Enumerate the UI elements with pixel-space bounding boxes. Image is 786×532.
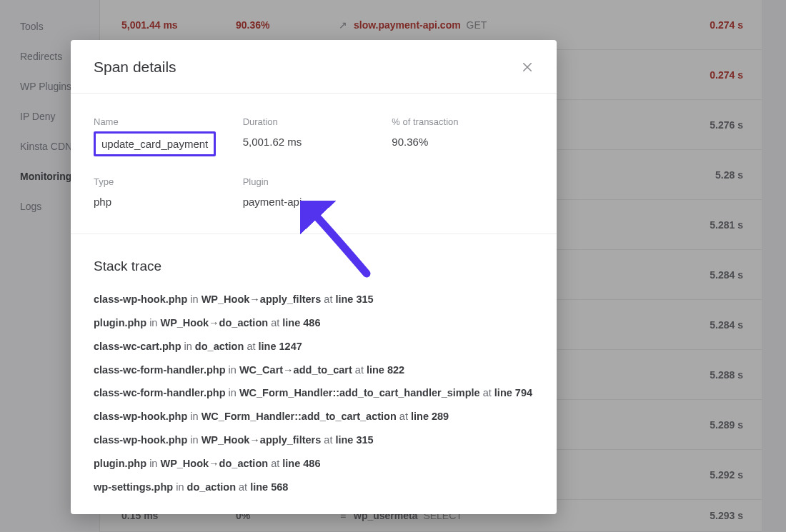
stack-trace-line: class-wp-hook.php in WP_Hook→apply_filte… — [94, 293, 534, 316]
duration-value: 5,001.62 ms — [243, 136, 385, 148]
span-details-modal: Span details Name update_card_payment Du… — [71, 40, 557, 514]
name-label: Name — [94, 116, 236, 127]
duration-label: Duration — [243, 116, 385, 127]
stack-trace-line: class-wc-form-handler.php in WC_Form_Han… — [94, 386, 534, 410]
stack-trace-line: plugin.php in WP_Hook→do_action at line … — [94, 457, 534, 481]
name-value: update_card_payment — [94, 131, 216, 156]
plugin-label: Plugin — [243, 176, 385, 187]
type-label: Type — [94, 176, 236, 187]
type-value: php — [94, 196, 236, 208]
stack-trace-line: wp-settings.php in do_action at line 568 — [94, 481, 534, 504]
modal-title: Span details — [94, 59, 176, 76]
stack-trace-line: class-wp-hook.php in WC_Form_Handler::ad… — [94, 410, 534, 433]
stack-trace-line: class-wc-form-handler.php in WC_Cart→add… — [94, 363, 534, 387]
pct-label: % of transaction — [392, 116, 534, 127]
close-icon — [521, 61, 534, 74]
stack-trace-list: class-wp-hook.php in WP_Hook→apply_filte… — [94, 293, 534, 504]
stack-trace-line: class-wp-hook.php in WP_Hook→apply_filte… — [94, 433, 534, 457]
stack-trace-title: Stack trace — [94, 259, 534, 274]
pct-value: 90.36% — [392, 136, 534, 148]
close-button[interactable] — [521, 61, 534, 74]
plugin-value: payment-api — [243, 196, 385, 208]
stack-trace-line: plugin.php in WP_Hook→do_action at line … — [94, 316, 534, 340]
stack-trace-line: class-wc-cart.php in do_action at line 1… — [94, 340, 534, 363]
